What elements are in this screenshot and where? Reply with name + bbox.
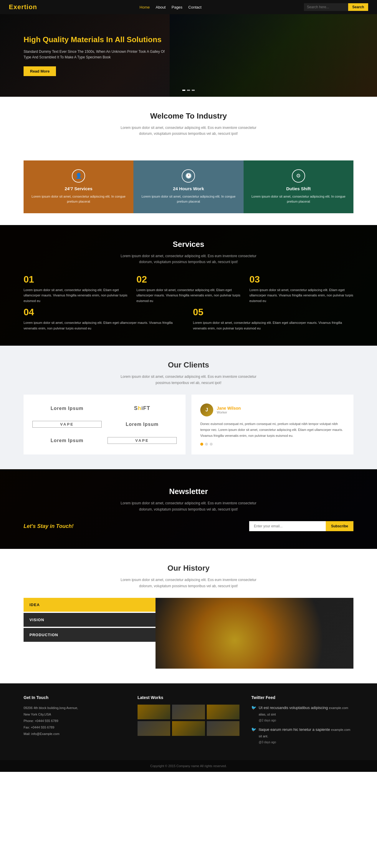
feature-box-2: 🕐 24 Hours Work Lorem ipsum dolor sit am… [133, 160, 243, 213]
history-container: IDEA VISION PRODUCTION [24, 598, 353, 669]
twitter-content-2: Itaque earum rerum hic tenetur a sapient… [259, 726, 353, 745]
history-title: Our History [24, 564, 353, 573]
service-item-5: 05 Lorem ipsum dolor sit amet, consectet… [193, 307, 353, 331]
work-thumb-1[interactable] [138, 705, 171, 719]
feature-box-3: ⚙ Duties Shift Lorem ipsum dolor sit ame… [244, 160, 353, 213]
testimonial-avatar: J [200, 403, 213, 416]
testimonial-dot-3[interactable] [210, 443, 213, 446]
service-num-4: 04 [24, 307, 184, 318]
feature-icon-2: 🕐 [182, 169, 195, 183]
hero-dot-3[interactable] [192, 90, 195, 91]
hero-worker-image [170, 14, 377, 97]
hero-section: High Quality Materials In All Solutions … [0, 14, 377, 97]
newsletter-form: Let's Stay in Touch! Subscribe [24, 521, 353, 531]
clients-description: Lorem ipsum dolor sit amet, consectetur … [115, 374, 262, 386]
history-image [156, 598, 353, 669]
hero-dot-2[interactable] [187, 90, 190, 91]
tweet1-text: Ut est recusandis voluptatibus adipiscin… [259, 706, 328, 710]
service-item-2: 02 Lorem ipsum dolor sit amet, consectet… [136, 274, 240, 304]
newsletter-description: Lorem ipsum dolor sit amet, consectetur … [115, 500, 262, 512]
testimonial-info: Jane Wilson Worker [217, 406, 241, 414]
service-text-4: Lorem ipsum dolor sit amet, consectetur … [24, 320, 184, 331]
testimonial-text: Donec euismod consequat mi, pretium cons… [200, 421, 345, 439]
search-form: Search [304, 3, 368, 11]
twitter-content-1: Ut est recusandis voluptatibus adipiscin… [259, 705, 353, 723]
newsletter-input-wrap: Subscribe [249, 521, 353, 531]
history-tab-idea[interactable]: IDEA [24, 598, 156, 612]
hero-description: Standard Dummy Text Ever Since The 1500s… [24, 49, 171, 60]
feature-box-1: 👤 24'7 Services Lorem ipsum dolor sit am… [24, 160, 133, 213]
nav-about[interactable]: About [156, 5, 166, 9]
feature-title-2: 24 Hours Work [140, 186, 237, 191]
service-num-3: 03 [249, 274, 353, 285]
history-image-placeholder [156, 598, 353, 669]
search-input[interactable] [304, 3, 348, 11]
tweet2-date: @3 days ago [259, 739, 353, 745]
testimonial-dots [200, 443, 345, 446]
service-text-3: Lorem ipsum dolor sit amet, consectetur … [249, 287, 353, 304]
brand-logo[interactable]: Exertion [9, 3, 37, 11]
feature-icon-1: 👤 [72, 169, 85, 183]
feature-boxes: 👤 24'7 Services Lorem ipsum dolor sit am… [24, 160, 353, 213]
navbar: Exertion Home About Pages Contact Search [0, 0, 377, 14]
newsletter-title: Newsletter [24, 487, 353, 496]
services-row2: 04 Lorem ipsum dolor sit amet, consectet… [24, 307, 353, 331]
twitter-icon-1: 🐦 [251, 705, 256, 723]
testimonial-dot-2[interactable] [205, 443, 208, 446]
footer-bottom: Copyright © 2015 Company name All rights… [0, 760, 377, 772]
feature-desc-3: Lorem ipsum dolor sit amet, consectetur … [250, 194, 347, 205]
newsletter-section: Newsletter Lorem ipsum dolor sit amet, c… [0, 469, 377, 549]
newsletter-subscribe-button[interactable]: Subscribe [326, 521, 353, 531]
service-num-1: 01 [24, 274, 128, 285]
footer-address: 09206 4th block building,long Avenue, [24, 705, 126, 711]
work-thumb-4[interactable] [138, 721, 171, 736]
hero-read-more-button[interactable]: Read More [24, 66, 56, 76]
service-item-4: 04 Lorem ipsum dolor sit amet, consectet… [24, 307, 184, 331]
tweet2-text: Itaque earum rerum hic tenetur a sapient… [259, 727, 330, 732]
hero-dot-1[interactable] [182, 90, 185, 91]
service-text-2: Lorem ipsum dolor sit amet, consectetur … [136, 287, 240, 304]
shift-text: ShiFT [134, 405, 150, 411]
history-tab-production[interactable]: PRODUCTION [24, 628, 156, 642]
work-thumb-6[interactable] [207, 721, 240, 736]
logo-lorem-ipsum-2: Lorem Ipsum [107, 422, 177, 427]
testimonial-dot-1[interactable] [200, 443, 203, 446]
footer-works-title: Latest Works [138, 695, 240, 700]
testimonial-name: Jane Wilson [217, 406, 241, 410]
services-title: Services [24, 240, 353, 249]
welcome-title: Welcome To Industry [24, 112, 353, 121]
service-item-1: 01 Lorem ipsum dolor sit amet, consectet… [24, 274, 128, 304]
logo-lorem-ipsum-1: Lorem Ipsum [32, 406, 102, 411]
welcome-description: Lorem ipsum dolor sit amet, consectetur … [115, 125, 262, 137]
footer-col-works: Latest Works [138, 695, 240, 748]
feature-desc-1: Lorem ipsum dolor sit amet, consectetur … [30, 194, 127, 205]
services-grid: 01 Lorem ipsum dolor sit amet, consectet… [24, 274, 353, 304]
copyright-text: Copyright © 2015 Company name All rights… [150, 764, 227, 768]
clients-container: Lorem Ipsum ShiFT VAPE Lorem Ipsum Lorem… [24, 395, 353, 455]
twitter-item-1: 🐦 Ut est recusandis voluptatibus adipisc… [251, 705, 353, 723]
work-thumb-3[interactable] [207, 705, 240, 719]
footer-col-twitter: Twitter Feed 🐦 Ut est recusandis volupta… [251, 695, 353, 748]
footer-twitter-title: Twitter Feed [251, 695, 353, 700]
feature-title-1: 24'7 Services [30, 186, 127, 191]
nav-home[interactable]: Home [140, 5, 150, 9]
nav-pages[interactable]: Pages [171, 5, 182, 9]
nav-contact[interactable]: Contact [188, 5, 201, 9]
service-num-5: 05 [193, 307, 353, 318]
footer-mail: Mail: info@Example.com [24, 731, 126, 737]
twitter-item-2: 🐦 Itaque earum rerum hic tenetur a sapie… [251, 726, 353, 745]
logo-shift: ShiFT [107, 405, 177, 411]
work-thumb-2[interactable] [172, 705, 205, 719]
newsletter-email-input[interactable] [249, 521, 326, 531]
logo-lorem-ipsum-3: Lorem Ipsum [32, 438, 102, 443]
history-tab-vision[interactable]: VISION [24, 613, 156, 627]
search-button[interactable]: Search [348, 3, 368, 11]
testimonial-card: J Jane Wilson Worker Donec euismod conse… [192, 395, 353, 455]
work-thumb-5[interactable] [172, 721, 205, 736]
testimonial-role: Worker [217, 410, 241, 414]
services-description: Lorem ipsum dolor sit amet, consectetur … [115, 253, 262, 265]
history-tabs: IDEA VISION PRODUCTION [24, 598, 156, 669]
service-text-1: Lorem ipsum dolor sit amet, consectetur … [24, 287, 128, 304]
testimonial-header: J Jane Wilson Worker [200, 403, 345, 416]
footer-top: Get In Touch 09206 4th block building,lo… [0, 683, 377, 760]
